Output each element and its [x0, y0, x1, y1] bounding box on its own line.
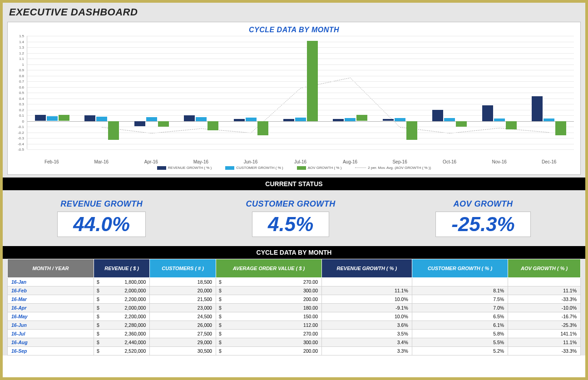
chart-bar: [295, 118, 306, 121]
chart-x-label: Dec-16: [542, 159, 556, 164]
status-card-aov: AOV GROWTH -25.3%: [435, 199, 530, 237]
cell-cust-growth: 5.8%: [412, 330, 508, 338]
table-row: 16-Jan$1,800,00018,500$270.00: [8, 278, 581, 286]
legend-customer-label: CUSTOMER GROWTH ( % ): [236, 166, 283, 170]
cell-customers: 24,500: [150, 312, 216, 321]
cell-cust-growth: 7.0%: [412, 304, 508, 312]
table-row: 16-Feb$2,000,00020,000$300.0011.1%8.1%11…: [8, 286, 581, 295]
cell-customers: 26,000: [150, 321, 216, 330]
table-row: 16-Jul$2,360,00027,500$270.003.5%5.8%141…: [8, 330, 581, 338]
cell-aov-growth: 11.1%: [508, 338, 581, 347]
chart-bar: [345, 118, 356, 121]
chart-section: CYCLE DATA BY MONTH -0.5-0.4-0.3-0.2-0.1…: [3, 22, 585, 178]
status-box-revenue: 44.0%: [57, 212, 146, 237]
cell-aov-growth: 11.1%: [508, 286, 581, 295]
table-row: 16-May$2,200,00024,500$150.0010.0%6.5%-1…: [8, 312, 581, 321]
table-row: 16-Mar$2,200,00021,500$200.0010.0%7.5%-3…: [8, 295, 581, 304]
cell-revenue: $1,800,000: [94, 278, 150, 286]
cell-aov: $200.00: [216, 347, 321, 355]
cell-aov: $180.00: [216, 304, 321, 312]
cell-rev-growth: -9.1%: [322, 304, 412, 312]
cell-month: 16-Jan: [8, 278, 94, 286]
chart-legend: REVENUE GROWTH ( % ) CUSTOMER GROWTH ( %…: [8, 163, 580, 174]
cell-revenue: $2,280,000: [94, 321, 150, 330]
cell-aov-growth: -33.3%: [508, 347, 581, 355]
chart-bar: [84, 115, 95, 121]
cell-rev-growth: 3.3%: [322, 347, 412, 355]
cell-customers: 27,500: [150, 330, 216, 338]
status-label-aov: AOV GROWTH: [435, 199, 530, 209]
table-row: 16-Jun$2,280,00026,000$112.003.6%6.1%-25…: [8, 321, 581, 330]
swatch-aov-icon: [297, 166, 306, 170]
chart-x-label: Nov-16: [492, 159, 507, 164]
cell-aov: $270.00: [216, 330, 321, 338]
cell-aov: $200.00: [216, 295, 321, 304]
cell-cust-growth: 7.5%: [412, 295, 508, 304]
chart-bar: [158, 121, 169, 127]
legend-aov-label: AOV GROWTH ( % ): [308, 166, 342, 170]
th-aov: AVERAGE ORDER VALUE ( $ ): [216, 259, 321, 278]
cell-aov-growth: -10.0%: [508, 304, 581, 312]
chart-bar: [406, 121, 417, 140]
cell-month: 16-Mar: [8, 295, 94, 304]
th-aov-growth: AOV GROWTH ( % ): [508, 259, 581, 278]
cell-month: 16-Apr: [8, 304, 94, 312]
chart-bar: [532, 96, 543, 121]
status-label-revenue: REVENUE GROWTH: [57, 199, 146, 209]
table-row: 16-Sep$2,520,00030,500$200.003.3%5.2%-33…: [8, 347, 581, 355]
chart-x-label: Mar-16: [94, 159, 109, 164]
cell-cust-growth: [412, 278, 508, 286]
chart-bar: [96, 117, 107, 121]
cell-aov: $300.00: [216, 286, 321, 295]
legend-aov: AOV GROWTH ( % ): [297, 166, 342, 170]
cell-customers: 20,000: [150, 286, 216, 295]
section-bar-status: CURRENT STATUS: [3, 178, 585, 190]
cell-customers: 30,500: [150, 347, 216, 355]
page-title: EXECUTIVE DASHBOARD: [9, 6, 579, 18]
swatch-revenue-icon: [157, 166, 166, 170]
status-value-revenue: 44.0%: [73, 213, 130, 235]
swatch-movavg-icon: [355, 168, 366, 168]
chart-x-label: Oct-16: [443, 159, 456, 164]
th-month: MONTH / YEAR: [8, 259, 94, 278]
chart-bar: [108, 121, 119, 140]
cell-rev-growth: 3.6%: [322, 321, 412, 330]
chart-bar: [246, 118, 257, 121]
cell-revenue: $2,000,000: [94, 304, 150, 312]
cell-cust-growth: 6.5%: [412, 312, 508, 321]
cell-rev-growth: 10.0%: [322, 295, 412, 304]
th-cust-growth: CUSTOMER GROWTH ( % ): [412, 259, 508, 278]
status-value-aov: -25.3%: [451, 213, 514, 235]
chart-bar: [283, 119, 294, 121]
chart-y-axis: -0.5-0.4-0.3-0.2-0.100.10.20.30.40.50.60…: [12, 36, 26, 149]
chart-x-label: Apr-16: [144, 159, 158, 164]
cell-cust-growth: 5.2%: [412, 347, 508, 355]
chart-bar: [395, 118, 405, 121]
chart-plot-area: -0.5-0.4-0.3-0.2-0.100.10.20.30.40.50.60…: [12, 36, 576, 163]
chart-bar: [59, 115, 69, 121]
status-box-customer: 4.5%: [252, 212, 329, 237]
status-card-revenue: REVENUE GROWTH 44.0%: [57, 199, 146, 237]
chart-bar: [555, 121, 566, 136]
cell-revenue: $2,360,000: [94, 330, 150, 338]
chart-bar: [383, 119, 394, 121]
cell-rev-growth: 3.4%: [322, 338, 412, 347]
cell-revenue: $2,440,000: [94, 338, 150, 347]
cell-revenue: $2,000,000: [94, 286, 150, 295]
chart-bar: [257, 121, 268, 136]
legend-movavg: 2 per. Mov. Avg. (AOV GROWTH ( % )): [355, 166, 431, 170]
chart-bar: [307, 41, 318, 121]
chart-bar: [134, 121, 145, 126]
cell-cust-growth: 5.5%: [412, 338, 508, 347]
chart-x-label: May-16: [193, 159, 208, 164]
chart-bar: [356, 115, 367, 121]
cell-aov: $150.00: [216, 312, 321, 321]
chart-bar: [146, 117, 157, 121]
chart-bar: [506, 121, 517, 130]
chart-bar: [482, 105, 493, 121]
status-card-customer: CUSTOMER GROWTH 4.5%: [246, 199, 336, 237]
table-row: 16-Apr$2,000,00023,000$180.00-9.1%7.0%-1…: [8, 304, 581, 312]
chart-x-label: Feb-16: [44, 159, 59, 164]
cell-revenue: $2,520,000: [94, 347, 150, 355]
cell-rev-growth: [322, 278, 412, 286]
